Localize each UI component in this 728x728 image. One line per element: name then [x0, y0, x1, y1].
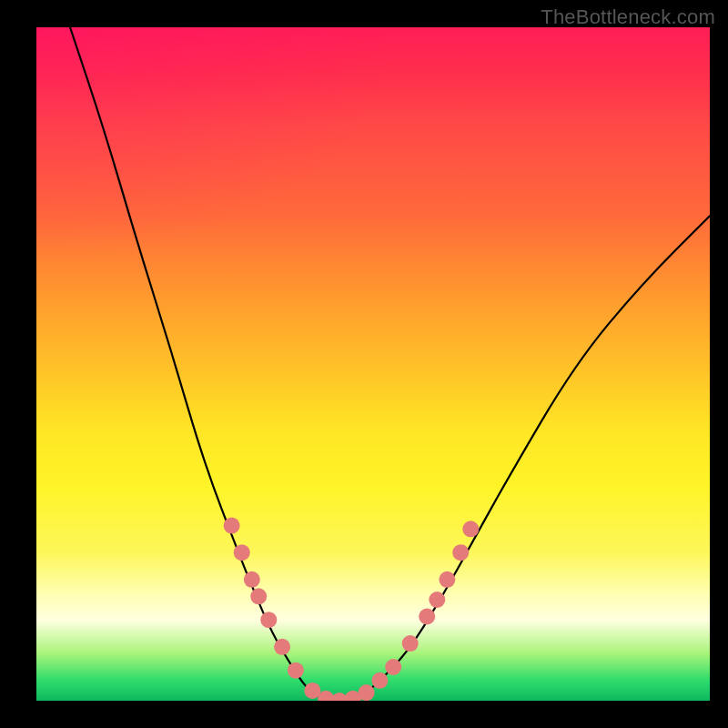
- marker-dot: [462, 521, 479, 537]
- marker-dot: [250, 588, 267, 604]
- marker-dot: [359, 684, 375, 701]
- marker-dot: [274, 639, 290, 655]
- marker-dot: [385, 659, 401, 675]
- marker-dot: [371, 672, 388, 689]
- marker-dot: [402, 635, 419, 652]
- marker-dot: [224, 518, 240, 534]
- marker-dot: [429, 592, 445, 608]
- bottleneck-curve-svg: [36, 27, 710, 701]
- chart-frame: TheBottleneck.com: [0, 0, 728, 728]
- marker-dot: [244, 571, 260, 588]
- marker-dot: [288, 662, 304, 679]
- marker-dot: [419, 609, 435, 625]
- marker-dot: [260, 612, 277, 628]
- marker-dot: [452, 544, 469, 561]
- marker-dot: [439, 571, 455, 588]
- marker-dot: [234, 544, 250, 561]
- watermark-text: TheBottleneck.com: [541, 5, 715, 29]
- bottleneck-curve-path: [70, 27, 710, 701]
- plot-area: [36, 27, 710, 701]
